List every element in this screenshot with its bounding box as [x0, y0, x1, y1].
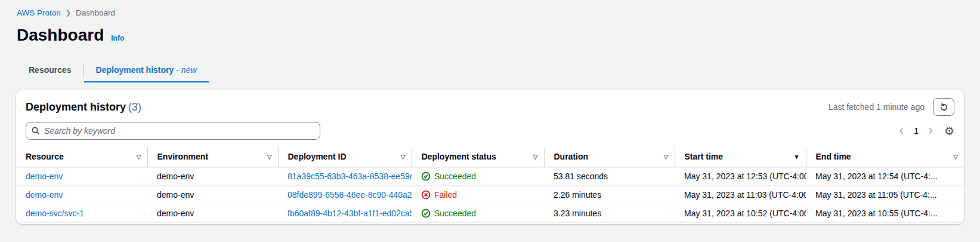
pagination-prev-button[interactable] [894, 123, 910, 139]
breadcrumb-separator-icon: ❯ [66, 9, 71, 17]
page-header: Dashboard Info [0, 17, 980, 45]
start-time-cell: May 31, 2023 at 11:03 (UTC-4:00) [675, 185, 806, 204]
panel-title: Deployment history [26, 101, 126, 113]
status-text: Succeeded [434, 209, 476, 218]
duration-cell: 3.23 minutes [544, 204, 675, 222]
status-cell: Succeeded [412, 204, 544, 222]
search-box [26, 122, 320, 140]
resource-link[interactable]: demo-env [26, 171, 63, 181]
tab-bar: Resources Deployment history- new [17, 59, 980, 82]
duration-cell: 2.26 minutes [544, 185, 675, 204]
pagination-next-button[interactable] [923, 123, 938, 139]
end-time-cell: May 31, 2023 at 10:55 (UTC-4:... [806, 204, 964, 222]
search-input[interactable] [26, 122, 320, 140]
sort-caret-icon [267, 154, 272, 160]
gear-icon: ⚙ [944, 125, 954, 137]
status-succeeded-icon [421, 171, 431, 181]
panel-count: (3) [128, 101, 141, 113]
page-number[interactable]: 1 [910, 126, 923, 136]
environment-cell: demo-env [147, 167, 278, 185]
sort-caret-icon [137, 154, 141, 160]
panel-title-group: Deployment history(3) [26, 101, 141, 114]
table-row: demo-svc/svc-1 demo-env fb60af89-4b12-43… [16, 204, 964, 222]
sort-caret-icon [664, 154, 669, 160]
chevron-right-icon [926, 127, 935, 135]
page-title: Dashboard [17, 26, 104, 45]
last-fetched-text: Last fetched 1 minute ago [828, 102, 925, 112]
sort-caret-icon [953, 154, 958, 160]
column-header-deployment-id[interactable]: Deployment ID [278, 147, 412, 167]
deployment-history-panel: Deployment history(3) Last fetched 1 min… [16, 90, 964, 224]
pagination: 1 ⚙ [894, 123, 954, 139]
panel-actions: Last fetched 1 minute ago [828, 98, 954, 116]
breadcrumb-link-aws-proton[interactable]: AWS Proton [17, 8, 61, 17]
breadcrumb: AWS Proton ❯ Dashboard [0, 0, 980, 17]
table-header-row: Resource Environment Deployment ID Deplo… [16, 147, 964, 167]
status-succeeded-icon [421, 209, 431, 218]
column-header-deployment-status[interactable]: Deployment status [412, 147, 544, 167]
info-link[interactable]: Info [111, 34, 124, 42]
preferences-button[interactable]: ⚙ [944, 125, 954, 137]
end-time-cell: May 31, 2023 at 12:54 (UTC-4:... [806, 167, 964, 185]
sort-caret-icon [794, 154, 800, 160]
status-failed-icon [421, 190, 431, 200]
breadcrumb-current: Dashboard [76, 8, 115, 17]
duration-cell: 53.81 seconds [544, 167, 675, 185]
environment-cell: demo-env [147, 204, 278, 222]
sort-caret-icon [533, 154, 538, 160]
column-header-environment[interactable]: Environment [147, 147, 278, 167]
column-header-start-time[interactable]: Start time [675, 147, 806, 167]
resource-link[interactable]: demo-svc/svc-1 [26, 209, 84, 218]
table-row: demo-env demo-env 08fde899-6558-46ee-8c9… [16, 185, 964, 204]
start-time-cell: May 31, 2023 at 12:53 (UTC-4:00) [675, 167, 806, 185]
table-row: demo-env demo-env 81a39c55-63b3-463a-853… [16, 167, 964, 185]
chevron-left-icon [898, 127, 906, 135]
deployment-id-cell: 08fde899-6558-46ee-8c90-440a22... [278, 185, 412, 204]
end-time-cell: May 31, 2023 at 11:05 (UTC-4:... [806, 185, 964, 204]
resource-cell: demo-svc/svc-1 [16, 204, 147, 222]
deployments-table: Resource Environment Deployment ID Deplo… [16, 147, 964, 223]
deployment-id-cell: fb60af89-4b12-43bf-a1f1-ed02ca53... [278, 204, 412, 222]
status-text: Failed [434, 190, 457, 200]
column-header-end-time[interactable]: End time [806, 147, 964, 167]
resource-cell: demo-env [16, 185, 147, 204]
resource-cell: demo-env [16, 167, 147, 185]
start-time-cell: May 31, 2023 at 10:52 (UTC-4:00) [675, 204, 806, 222]
tab-resources[interactable]: Resources [17, 59, 84, 82]
deployment-id-link[interactable]: fb60af89-4b12-43bf-a1f1-ed02ca53... [287, 209, 412, 218]
tab-new-badge: - new [176, 65, 196, 75]
environment-cell: demo-env [147, 185, 278, 204]
table-toolbar: 1 ⚙ [16, 120, 964, 147]
column-header-duration[interactable]: Duration [544, 147, 675, 167]
deployment-id-link[interactable]: 08fde899-6558-46ee-8c90-440a22... [287, 190, 412, 200]
refresh-button[interactable] [933, 98, 954, 116]
status-cell: Succeeded [412, 167, 544, 185]
panel-header: Deployment history(3) Last fetched 1 min… [16, 90, 964, 120]
sort-caret-icon [401, 154, 406, 160]
resource-link[interactable]: demo-env [26, 190, 63, 200]
search-icon [31, 126, 40, 137]
status-cell: Failed [412, 185, 544, 204]
deployment-id-cell: 81a39c55-63b3-463a-8538-ee59cc1... [278, 167, 412, 185]
deployment-id-link[interactable]: 81a39c55-63b3-463a-8538-ee59cc1... [287, 171, 412, 181]
refresh-icon [939, 103, 948, 112]
status-text: Succeeded [434, 171, 476, 181]
tab-deployment-history[interactable]: Deployment history- new [84, 59, 209, 82]
column-header-resource[interactable]: Resource [16, 147, 147, 167]
aws-proton-dashboard-page: AWS Proton ❯ Dashboard Dashboard Info Re… [0, 0, 980, 242]
